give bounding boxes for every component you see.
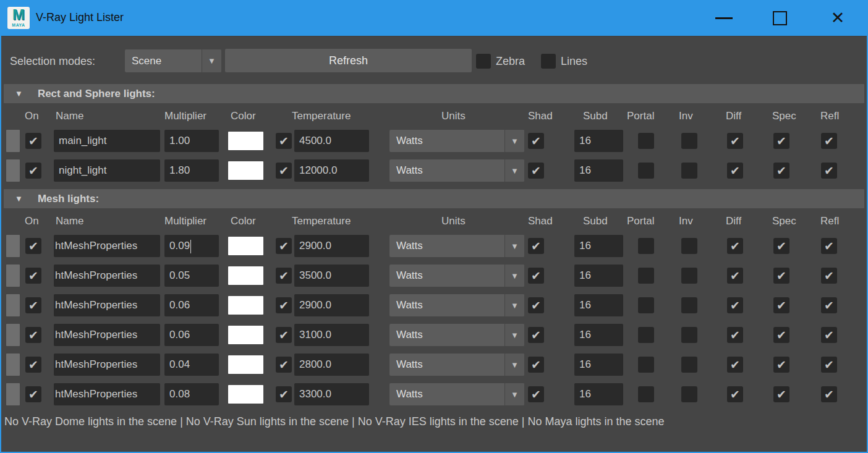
diffuse-checkbox[interactable]: ✔ (727, 238, 743, 254)
collapse-arrow-icon[interactable]: ▼ (15, 194, 23, 203)
subd-input[interactable]: 16 (574, 159, 623, 182)
invisible-checkbox[interactable] (681, 268, 697, 284)
reflections-checkbox[interactable]: ✔ (821, 268, 837, 284)
units-dropdown[interactable]: Watts ▼ (389, 265, 524, 287)
chevron-down-icon[interactable]: ▼ (504, 294, 524, 316)
portal-checkbox[interactable] (638, 163, 654, 179)
on-checkbox[interactable]: ✔ (25, 357, 41, 373)
color-swatch[interactable] (228, 296, 263, 315)
reflections-checkbox[interactable]: ✔ (821, 133, 837, 149)
invisible-checkbox[interactable] (681, 297, 697, 313)
color-swatch[interactable] (228, 237, 263, 255)
chevron-down-icon[interactable]: ▼ (504, 354, 524, 376)
subd-input[interactable]: 16 (574, 130, 623, 152)
temperature-input[interactable]: 2800.0 (294, 354, 369, 376)
color-swatch[interactable] (228, 385, 263, 404)
diffuse-checkbox[interactable]: ✔ (727, 133, 743, 149)
temperature-checkbox[interactable]: ✔ (276, 133, 292, 149)
on-checkbox[interactable]: ✔ (25, 163, 41, 179)
multiplier-input[interactable]: 0.05 (164, 265, 219, 287)
shadows-checkbox[interactable]: ✔ (528, 133, 544, 149)
portal-checkbox[interactable] (638, 297, 654, 313)
chevron-down-icon[interactable]: ▼ (504, 265, 524, 287)
subd-input[interactable]: 16 (574, 324, 623, 346)
specular-checkbox[interactable]: ✔ (773, 163, 789, 179)
lines-checkbox[interactable] (541, 54, 556, 69)
reflections-checkbox[interactable]: ✔ (821, 297, 837, 313)
portal-checkbox[interactable] (638, 268, 654, 284)
selection-mode-dropdown[interactable]: Scene ▼ (125, 49, 221, 72)
specular-checkbox[interactable]: ✔ (773, 297, 789, 313)
chevron-down-icon[interactable]: ▼ (504, 130, 524, 152)
temperature-input[interactable]: 12000.0 (294, 159, 369, 182)
invisible-checkbox[interactable] (681, 386, 697, 402)
on-checkbox[interactable]: ✔ (25, 268, 41, 284)
specular-checkbox[interactable]: ✔ (773, 133, 789, 149)
maximize-button[interactable] (757, 0, 802, 36)
shadows-checkbox[interactable]: ✔ (528, 386, 544, 402)
temperature-input[interactable]: 2900.0 (294, 294, 369, 316)
on-checkbox[interactable]: ✔ (25, 133, 41, 149)
temperature-checkbox[interactable]: ✔ (276, 268, 292, 284)
portal-checkbox[interactable] (638, 327, 654, 343)
portal-checkbox[interactable] (638, 386, 654, 402)
on-checkbox[interactable]: ✔ (25, 238, 41, 254)
collapse-arrow-icon[interactable]: ▼ (15, 89, 23, 98)
row-drag-handle[interactable] (6, 130, 20, 152)
subd-input[interactable]: 16 (574, 354, 623, 376)
row-drag-handle[interactable] (6, 383, 20, 405)
diffuse-checkbox[interactable]: ✔ (727, 357, 743, 373)
row-drag-handle[interactable] (6, 294, 20, 316)
multiplier-input[interactable]: 0.06 (164, 294, 219, 316)
multiplier-input[interactable]: 0.04 (164, 354, 219, 376)
specular-checkbox[interactable]: ✔ (773, 327, 789, 343)
temperature-checkbox[interactable]: ✔ (276, 163, 292, 179)
shadows-checkbox[interactable]: ✔ (528, 268, 544, 284)
units-dropdown[interactable]: Watts ▼ (389, 235, 524, 257)
name-input[interactable]: htMeshProperties (54, 265, 160, 287)
section-header[interactable]: ▼ Rect and Sphere lights: (4, 84, 864, 103)
color-swatch[interactable] (228, 132, 263, 150)
multiplier-input[interactable]: 0.09 (164, 235, 219, 257)
invisible-checkbox[interactable] (681, 357, 697, 373)
units-dropdown[interactable]: Watts ▼ (389, 383, 524, 405)
reflections-checkbox[interactable]: ✔ (821, 163, 837, 179)
subd-input[interactable]: 16 (574, 294, 623, 316)
temperature-checkbox[interactable]: ✔ (276, 327, 292, 343)
temperature-checkbox[interactable]: ✔ (276, 357, 292, 373)
row-drag-handle[interactable] (6, 265, 20, 287)
shadows-checkbox[interactable]: ✔ (528, 163, 544, 179)
portal-checkbox[interactable] (638, 357, 654, 373)
temperature-input[interactable]: 3300.0 (294, 383, 369, 405)
subd-input[interactable]: 16 (574, 383, 623, 405)
name-input[interactable]: night_light (54, 159, 160, 182)
row-drag-handle[interactable] (6, 324, 20, 346)
portal-checkbox[interactable] (638, 133, 654, 149)
multiplier-input[interactable]: 1.00 (164, 130, 219, 152)
color-swatch[interactable] (228, 161, 263, 180)
color-swatch[interactable] (228, 326, 263, 344)
specular-checkbox[interactable]: ✔ (773, 386, 789, 402)
invisible-checkbox[interactable] (681, 133, 697, 149)
temperature-checkbox[interactable]: ✔ (276, 297, 292, 313)
row-drag-handle[interactable] (6, 235, 20, 257)
units-dropdown[interactable]: Watts ▼ (389, 159, 524, 182)
temperature-input[interactable]: 2900.0 (294, 235, 369, 257)
shadows-checkbox[interactable]: ✔ (528, 297, 544, 313)
temperature-input[interactable]: 4500.0 (294, 130, 369, 152)
refresh-button[interactable]: Refresh (225, 49, 472, 72)
specular-checkbox[interactable]: ✔ (773, 357, 789, 373)
minimize-button[interactable] (702, 0, 746, 36)
units-dropdown[interactable]: Watts ▼ (389, 324, 524, 346)
color-swatch[interactable] (228, 355, 263, 374)
subd-input[interactable]: 16 (574, 265, 623, 287)
chevron-down-icon[interactable]: ▼ (202, 49, 221, 72)
name-input[interactable]: htMeshProperties (54, 383, 160, 405)
diffuse-checkbox[interactable]: ✔ (727, 327, 743, 343)
temperature-checkbox[interactable]: ✔ (276, 238, 292, 254)
reflections-checkbox[interactable]: ✔ (821, 386, 837, 402)
on-checkbox[interactable]: ✔ (25, 327, 41, 343)
diffuse-checkbox[interactable]: ✔ (727, 297, 743, 313)
units-dropdown[interactable]: Watts ▼ (389, 354, 524, 376)
row-drag-handle[interactable] (6, 354, 20, 376)
